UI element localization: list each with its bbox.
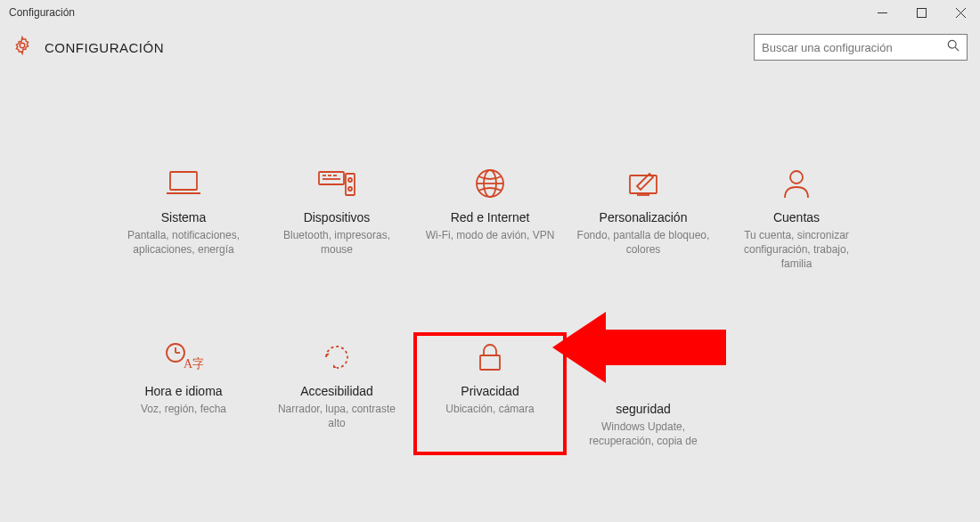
tile-title: Privacidad <box>461 384 519 398</box>
svg-point-15 <box>348 178 352 182</box>
search-box[interactable] <box>754 34 968 61</box>
svg-marker-28 <box>326 354 330 357</box>
tile-hora-idioma[interactable]: A字 Hora e idioma Voz, región, fecha <box>107 332 260 455</box>
titlebar: Configuración <box>0 0 980 25</box>
settings-grid: Sistema Pantalla, notificaciones, aplica… <box>107 159 873 455</box>
person-icon <box>781 166 812 201</box>
tile-title: seguridad <box>616 402 671 416</box>
personalization-icon <box>625 166 662 201</box>
svg-point-22 <box>790 171 803 184</box>
accessibility-icon <box>321 339 353 375</box>
tile-desc: Fondo, pantalla de bloqueo, colores <box>576 228 711 257</box>
lock-icon <box>475 339 505 375</box>
gear-icon <box>12 36 32 59</box>
svg-rect-29 <box>480 355 500 370</box>
window-controls <box>862 0 980 25</box>
time-language-icon: A字 <box>164 339 203 375</box>
tile-title: Sistema <box>161 210 207 224</box>
svg-text:A字: A字 <box>184 357 203 371</box>
maximize-button[interactable] <box>902 0 941 25</box>
close-button[interactable] <box>941 0 980 25</box>
tile-actualizacion-seguridad[interactable]: seguridad Windows Update, recuperación, … <box>567 332 720 455</box>
svg-marker-27 <box>333 364 337 368</box>
tile-title: Accesibilidad <box>300 384 373 398</box>
svg-rect-1 <box>917 8 926 17</box>
tile-title: Cuentas <box>773 210 820 224</box>
svg-rect-14 <box>346 174 355 195</box>
tile-privacidad[interactable]: Privacidad Ubicación, cámara <box>413 332 567 455</box>
laptop-icon <box>165 166 202 201</box>
tile-desc: Voz, región, fecha <box>141 402 226 416</box>
svg-point-5 <box>948 40 956 48</box>
tile-desc: Windows Update, recuperación, copia de <box>576 420 711 448</box>
tile-desc: Wi-Fi, modo de avión, VPN <box>426 228 555 242</box>
tile-desc: Ubicación, cámara <box>445 402 534 416</box>
window-title: Configuración <box>9 6 75 19</box>
tile-desc: Pantalla, notificaciones, aplicaciones, … <box>116 228 251 257</box>
search-input[interactable] <box>762 41 947 54</box>
tile-personalizacion[interactable]: Personalización Fondo, pantalla de bloqu… <box>567 159 720 279</box>
header: CONFIGURACIÓN <box>0 25 980 69</box>
tile-title: Hora e idioma <box>144 384 222 398</box>
settings-grid-wrap: Sistema Pantalla, notificaciones, aplica… <box>0 159 980 455</box>
minimize-button[interactable] <box>862 0 902 25</box>
svg-line-6 <box>955 47 959 51</box>
svg-point-16 <box>348 187 352 191</box>
tile-title: Personalización <box>600 210 688 224</box>
devices-icon <box>316 166 357 201</box>
tile-cuentas[interactable]: Cuentas Tu cuenta, sincronizar configura… <box>720 159 873 279</box>
tile-title: Red e Internet <box>451 210 530 224</box>
tile-accesibilidad[interactable]: Accesibilidad Narrador, lupa, contraste … <box>260 332 413 455</box>
maximize-icon <box>917 8 927 18</box>
header-left: CONFIGURACIÓN <box>12 36 164 59</box>
page-title: CONFIGURACIÓN <box>45 40 164 55</box>
close-icon <box>956 8 966 18</box>
minimize-icon <box>878 8 887 18</box>
search-icon <box>947 39 960 55</box>
svg-rect-7 <box>170 172 197 190</box>
svg-point-4 <box>20 43 25 48</box>
globe-icon <box>474 166 506 201</box>
tile-title: Dispositivos <box>304 210 371 224</box>
tile-desc: Narrador, lupa, contraste alto <box>269 402 404 430</box>
tile-desc: Bluetooth, impresoras, mouse <box>269 228 404 257</box>
tile-sistema[interactable]: Sistema Pantalla, notificaciones, aplica… <box>107 159 260 279</box>
svg-rect-9 <box>319 172 344 184</box>
tile-desc: Tu cuenta, sincronizar configuración, tr… <box>729 228 864 272</box>
tile-red-internet[interactable]: Red e Internet Wi-Fi, modo de avión, VPN <box>413 159 567 279</box>
tile-dispositivos[interactable]: Dispositivos Bluetooth, impresoras, mous… <box>260 159 413 279</box>
